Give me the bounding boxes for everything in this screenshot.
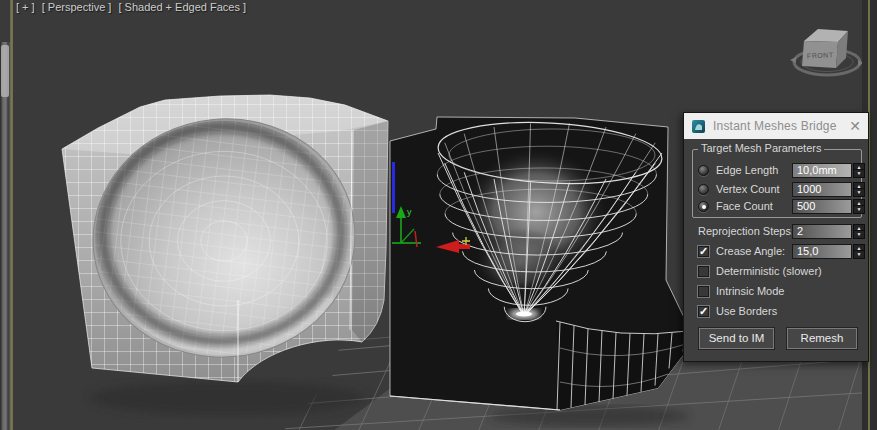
remesh-button[interactable]: Remesh bbox=[787, 328, 857, 349]
viewcube[interactable]: FRONT bbox=[790, 29, 864, 75]
edge-length-label: Edge Length bbox=[716, 163, 778, 178]
face-count-label: Face Count bbox=[716, 199, 773, 214]
check-icon: ✓ bbox=[699, 244, 708, 259]
vertex-count-field[interactable]: 1000 bbox=[792, 182, 852, 197]
check-icon: ✓ bbox=[699, 304, 708, 319]
use-borders-label: Use Borders bbox=[716, 304, 777, 319]
deterministic-label: Deterministic (slower) bbox=[716, 264, 822, 279]
spin-down-icon[interactable]: ▼ bbox=[854, 251, 864, 257]
instant-meshes-bridge-dialog: Instant Meshes Bridge ✕ Target Mesh Para… bbox=[683, 112, 869, 362]
close-icon[interactable]: ✕ bbox=[849, 119, 861, 133]
max-viewport: y FRONT [ + ] [ Perspective ] [ Shaded +… bbox=[0, 0, 877, 430]
viewcube-front-label: FRONT bbox=[807, 51, 834, 59]
crease-angle-spinner: ▲ ▼ bbox=[853, 244, 865, 259]
crease-angle-field[interactable]: 15,0 bbox=[792, 244, 852, 259]
dialog-titlebar[interactable]: Instant Meshes Bridge ✕ bbox=[684, 113, 868, 139]
face-count-spinner: ▲ ▼ bbox=[853, 199, 865, 214]
vertex-count-label: Vertex Count bbox=[716, 182, 780, 197]
viewport-label: [ + ] [ Perspective ] [ Shaded + Edged F… bbox=[16, 1, 250, 13]
dialog-title: Instant Meshes Bridge bbox=[713, 119, 849, 133]
edge-length-radio[interactable] bbox=[698, 165, 709, 176]
shadow-light-mesh bbox=[90, 381, 366, 415]
intrinsic-mode-label: Intrinsic Mode bbox=[716, 284, 784, 299]
adjacent-viewport-object bbox=[1, 45, 9, 97]
reprojection-steps-label: Reprojection Steps: bbox=[698, 224, 794, 239]
viewport-pov-menu[interactable]: [ Perspective ] bbox=[42, 1, 112, 13]
deterministic-checkbox[interactable]: ✓ bbox=[698, 266, 709, 277]
use-borders-checkbox[interactable]: ✓ bbox=[698, 306, 709, 317]
instant-meshes-icon bbox=[691, 119, 706, 134]
face-count-field[interactable]: 500 bbox=[792, 199, 852, 214]
reprojection-steps-field[interactable]: 2 bbox=[792, 224, 852, 239]
crease-angle-checkbox[interactable]: ✓ bbox=[698, 246, 709, 257]
shadow-dark-mesh bbox=[490, 406, 690, 426]
reprojection-spinner: ▲ ▼ bbox=[853, 224, 865, 239]
viewport-shading-menu[interactable]: [ Shaded + Edged Faces ] bbox=[118, 1, 246, 13]
vertex-count-spinner: ▲ ▼ bbox=[853, 182, 865, 197]
adjacent-viewport-strip bbox=[0, 0, 13, 430]
send-to-im-button[interactable]: Send to IM bbox=[699, 328, 774, 349]
spin-down-icon[interactable]: ▼ bbox=[854, 189, 864, 195]
spin-down-icon[interactable]: ▼ bbox=[854, 231, 864, 237]
edge-length-field[interactable]: 10,0mm bbox=[792, 163, 852, 178]
gizmo-y-label: y bbox=[407, 207, 412, 217]
intrinsic-mode-checkbox[interactable]: ✓ bbox=[698, 286, 709, 297]
light-remeshed-mesh[interactable] bbox=[62, 95, 388, 382]
face-count-radio[interactable] bbox=[698, 201, 709, 212]
dark-source-mesh[interactable] bbox=[390, 117, 690, 410]
vertex-count-radio[interactable] bbox=[698, 184, 709, 195]
crease-angle-label: Crease Angle: bbox=[716, 244, 785, 259]
spin-down-icon[interactable]: ▼ bbox=[854, 170, 864, 176]
viewport-general-menu[interactable]: [ + ] bbox=[16, 1, 35, 13]
edge-length-spinner: ▲ ▼ bbox=[853, 163, 865, 178]
group-title: Target Mesh Parameters bbox=[698, 142, 824, 154]
spin-down-icon[interactable]: ▼ bbox=[854, 206, 864, 212]
